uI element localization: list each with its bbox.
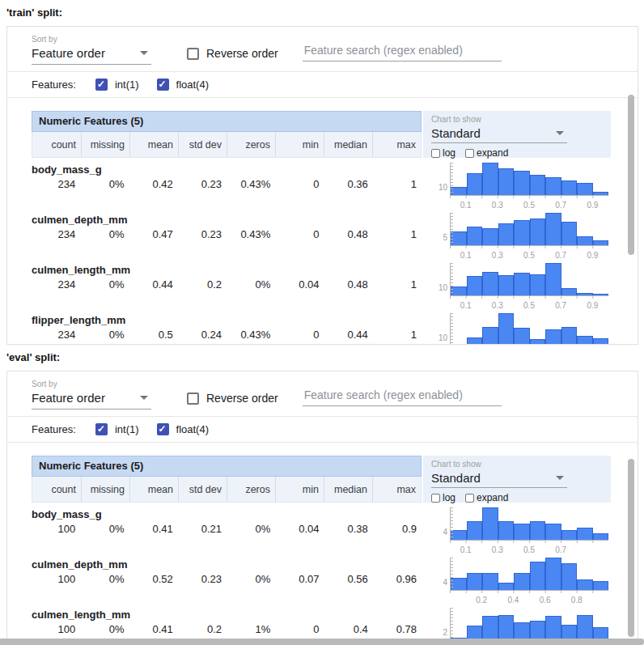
feature-row: body_mass_g2340%0.420.230.43%00.361100.1… [32,161,638,211]
reverse-order-checkbox[interactable]: Reverse order [187,47,278,60]
histogram-bar [514,622,530,640]
divider [7,442,638,443]
checkbox-checked-icon[interactable] [157,423,169,435]
sort-by-dropdown[interactable]: Sort by Feature order [32,380,151,409]
stat-value: 0.23 [178,573,227,585]
histogram-bar [545,524,561,540]
feature-type-checkbox-int[interactable]: int(1) [95,423,139,435]
vertical-scrollbar[interactable] [628,95,634,255]
checkbox-icon[interactable] [465,494,474,503]
checkbox-icon[interactable] [187,393,199,405]
checkbox-checked-icon[interactable] [95,423,108,435]
expand-checkbox[interactable]: expand [465,147,508,159]
log-checkbox[interactable]: log [431,492,455,503]
histogram-bar [561,563,578,590]
stat-value: 0% [227,278,275,291]
histogram-bar [467,573,483,590]
feature-search-input[interactable] [303,387,502,406]
histogram-bar [593,294,609,295]
expand-checkbox[interactable]: expand [465,492,508,503]
stat-value: 0.4 [324,623,373,635]
histogram-bar [467,227,483,245]
feature-search-input[interactable] [303,42,502,62]
feature-type-checkbox-int[interactable]: int(1) [95,79,139,91]
x-tick-label: 0.1 [460,545,472,554]
controls-row: Sort by Feature order Reverse order [7,27,638,71]
log-checkbox[interactable]: log [431,147,455,159]
histogram: 40.10.30.50.7 [426,507,608,556]
feature-stats-row: 1000%0.410.21%00.40.78 [32,623,422,635]
feature-type-checkbox-float[interactable]: float(4) [157,79,209,91]
histogram-bar [482,327,498,345]
stat-value: 1 [373,178,422,190]
stat-value: 0 [275,228,324,240]
stat-value: 100 [32,623,80,635]
x-tick-label: 0.2 [476,596,487,605]
features-label: Features: [32,79,76,91]
histogram-bar [545,263,561,295]
feature-type-filter-row: Features: int(1) float(4) [7,72,638,97]
column-header: missing [81,477,129,502]
x-tick-labels: 0.10.30.50.70.9 [450,301,608,312]
stat-value: 1 [373,228,422,240]
stat-value: 0.2 [178,278,227,291]
histogram-bar [498,168,515,195]
histogram-bar [451,344,467,345]
stat-value: 0.24 [178,329,227,341]
y-axis-label: 2 [426,628,447,637]
eval-split-panel: Sort by Feature order Reverse order Feat… [6,371,638,645]
checkbox-checked-icon[interactable] [157,79,169,91]
stat-value: 0.23 [178,228,227,240]
chart-to-show-box: Chart to show Standard log [423,111,611,158]
stat-value: 0.21 [178,523,227,535]
feature-stats-row: 2340%0.440.20%0.040.481 [32,278,422,291]
eval-split-label: 'eval' split: [6,351,644,363]
histogram-bar [593,192,609,195]
stat-value: 0% [227,523,275,535]
chart-to-show-dropdown[interactable]: Standard [431,471,567,488]
horizontal-scrollbar[interactable] [0,639,644,645]
y-axis-label: 10 [426,283,447,292]
stat-value: 0% [80,329,129,341]
feature-row: flipper_length_mm2340%0.50.240.43%00.441… [32,312,638,345]
numeric-features-table: Numeric Features (5) countmissingmeanstd… [32,456,638,645]
checkbox-icon[interactable] [465,149,474,158]
histogram-bar [451,578,467,590]
checkbox-icon[interactable] [187,48,199,60]
stat-value: 0.47 [129,228,178,240]
x-tick-labels: 0.10.30.50.7 [450,545,608,556]
checkbox-icon[interactable] [431,494,440,503]
feature-type-checkbox-float[interactable]: float(4) [157,423,209,435]
histogram-bar [482,228,498,245]
chart-to-show-dropdown[interactable]: Standard [431,126,567,143]
checkbox-checked-icon[interactable] [95,79,108,91]
x-tick-labels: 0.20.40.60.8 [450,596,608,606]
histogram-bar [482,573,498,590]
histogram-bar [530,521,546,540]
stat-value: 0.78 [373,623,422,635]
histogram-bars [450,608,608,640]
histogram-plot: 0.10.30.50.70.9 [450,313,608,345]
feature-stats-row: 1000%0.410.210%0.040.380.9 [32,523,422,535]
stat-value: 1 [373,329,422,341]
x-axis [450,195,608,198]
expand-label: expand [477,147,508,159]
vertical-scrollbar[interactable] [628,459,634,637]
histogram-bars [450,263,608,295]
checkbox-icon[interactable] [431,149,440,158]
feature-row: culmen_depth_mm1000%0.520.230%0.070.560.… [32,556,638,606]
stat-value: 0.5 [129,329,178,341]
reverse-order-checkbox[interactable]: Reverse order [187,392,278,405]
histogram-bar [577,183,593,195]
chart-to-show-value: Standard [431,471,481,485]
histogram-bar [545,213,561,245]
stat-value: 0% [227,573,275,585]
x-tick-label: 0.1 [460,301,472,310]
feature-type-label: int(1) [115,423,139,435]
x-tick-label: 0.9 [587,301,598,310]
stat-value: 0.42 [129,178,178,190]
sort-by-dropdown[interactable]: Sort by Feature order [32,35,151,65]
y-axis-label: 4 [426,528,447,537]
feature-row: culmen_length_mm2340%0.440.20%0.040.4811… [32,261,638,312]
histogram-bar [498,313,515,345]
